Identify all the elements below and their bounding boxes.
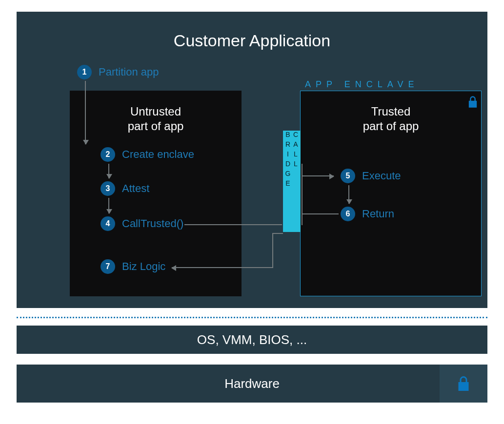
panel-title: Customer Application <box>17 31 487 50</box>
os-bar-label: OS, VMM, BIOS, ... <box>197 332 307 347</box>
arrow-bridge-7 <box>172 267 273 268</box>
step-7: 7 Biz Logic <box>101 259 165 274</box>
step-badge: 3 <box>101 181 115 196</box>
return-seg-b <box>272 233 273 267</box>
arrow-4-bridge <box>184 224 282 225</box>
step-label: CallTrusted() <box>122 217 183 230</box>
step-badge: 1 <box>77 65 92 79</box>
trusted-heading: Trusted part of app <box>300 104 482 134</box>
arrow-3-4 <box>108 198 109 213</box>
hardware-bar-label: Hardware <box>224 376 280 391</box>
untrusted-heading: Untrusted part of app <box>70 104 242 134</box>
call-bridge: CALL BRIDGE <box>283 131 301 232</box>
step-3: 3 Attest <box>101 181 149 196</box>
step-5: 5 Execute <box>341 169 401 183</box>
arrow-bridge-5 <box>302 175 334 176</box>
step-6: 6 Return <box>341 207 394 221</box>
step-label: Execute <box>362 170 401 182</box>
arrow-1-2 <box>85 81 86 144</box>
step-2: 2 Create enclave <box>101 147 194 162</box>
call-bridge-label: CALL BRIDGE <box>284 131 300 232</box>
bridge-up <box>302 164 302 225</box>
arrow-5-6 <box>348 185 349 204</box>
divider-dotted <box>17 317 487 318</box>
step-badge: 4 <box>101 216 115 231</box>
step-label: Create enclave <box>122 148 194 161</box>
step-label: Return <box>362 208 394 220</box>
step-label: Partition app <box>99 66 159 78</box>
hardware-bar: Hardware <box>17 365 487 403</box>
trusted-line1: Trusted <box>371 105 410 118</box>
untrusted-line2: part of app <box>128 119 184 133</box>
arrow-2-3 <box>108 164 109 178</box>
step-label: Biz Logic <box>122 260 165 273</box>
return-seg-b2 <box>272 233 283 234</box>
customer-application-panel: Customer Application 1 Partition app Unt… <box>17 12 487 308</box>
trusted-line2: part of app <box>363 119 419 133</box>
step-label: Attest <box>122 182 149 195</box>
step-badge: 7 <box>101 259 115 274</box>
return-seg-a <box>302 213 339 214</box>
untrusted-line1: Untrusted <box>130 105 181 118</box>
step-badge: 6 <box>341 207 355 221</box>
hardware-lock-box <box>440 365 487 403</box>
step-1: 1 Partition app <box>77 65 159 79</box>
step-badge: 5 <box>341 169 355 183</box>
step-4: 4 CallTrusted() <box>101 216 183 231</box>
app-enclave-label: APP ENCLAVE <box>305 79 419 90</box>
os-bar: OS, VMM, BIOS, ... <box>17 326 487 354</box>
lock-icon <box>455 375 472 392</box>
step-badge: 2 <box>101 147 115 162</box>
